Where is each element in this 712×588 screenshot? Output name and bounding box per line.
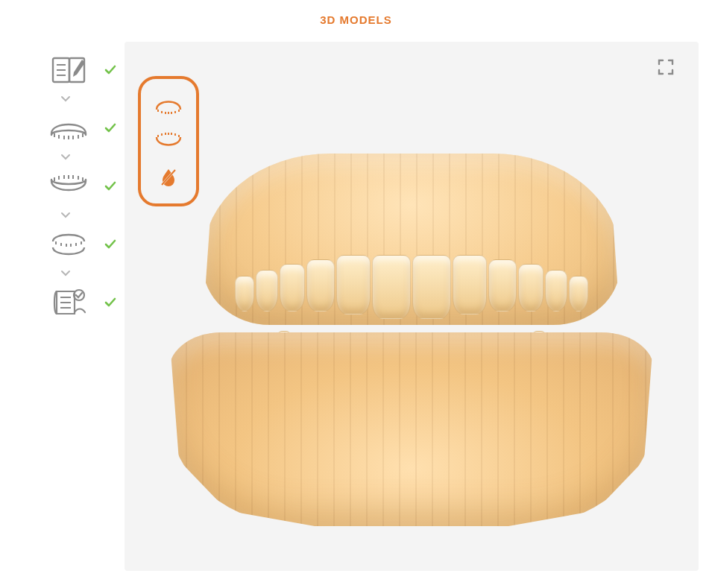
- review-checklist-icon: [47, 286, 90, 319]
- lower-jaw-icon: [47, 170, 90, 203]
- step-upper-jaw[interactable]: [47, 112, 117, 145]
- model-viewer[interactable]: [125, 42, 699, 571]
- step-patient-form[interactable]: [47, 54, 117, 86]
- bite-icon: [47, 228, 90, 261]
- toggle-color-overlay-button[interactable]: [154, 162, 183, 192]
- lower-arch-icon: [154, 133, 183, 151]
- no-color-icon: [158, 167, 179, 188]
- toggle-upper-jaw-button[interactable]: [154, 90, 183, 120]
- upper-arch-icon: [154, 96, 183, 114]
- fullscreen-icon: [657, 58, 675, 76]
- view-toolbox: [138, 76, 199, 206]
- dental-model-render: [125, 42, 699, 571]
- check-icon: [104, 238, 117, 251]
- chevron-down-icon: [60, 270, 104, 277]
- workflow-stepper: [41, 54, 123, 319]
- fullscreen-button[interactable]: [657, 58, 678, 79]
- step-bite[interactable]: [47, 228, 117, 261]
- chevron-down-icon: [60, 212, 104, 219]
- step-review[interactable]: [47, 286, 117, 319]
- chevron-down-icon: [60, 95, 104, 103]
- chevron-down-icon: [60, 154, 104, 161]
- upper-jaw-icon: [47, 112, 90, 145]
- check-icon: [104, 296, 117, 309]
- check-icon: [104, 63, 117, 77]
- check-icon: [104, 180, 117, 193]
- page-title: 3D MODELS: [320, 13, 392, 26]
- check-icon: [104, 121, 117, 135]
- step-lower-jaw[interactable]: [47, 170, 117, 203]
- form-pencil-icon: [47, 54, 90, 86]
- toggle-lower-jaw-button[interactable]: [154, 127, 183, 157]
